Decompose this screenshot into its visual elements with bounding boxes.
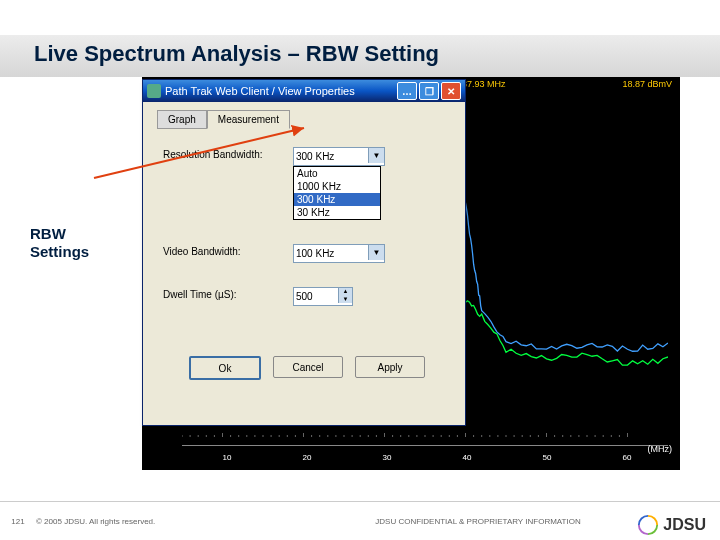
dwell-label: Dwell Time (µS): <box>163 287 293 300</box>
rbw-option-30[interactable]: 30 KHz <box>294 206 380 219</box>
marker-freq: 37.93 MHz <box>462 79 506 89</box>
rbw-label: Resolution Bandwidth: <box>163 147 293 160</box>
vbw-select[interactable]: 100 KHz ▼ <box>293 244 385 263</box>
maximize-button[interactable]: ❐ <box>419 82 439 100</box>
rbw-select[interactable]: 300 KHz ▼ <box>293 147 385 166</box>
vbw-select-value: 100 KHz <box>296 248 334 259</box>
callout-line2: Settings <box>30 243 89 260</box>
chevron-down-icon: ▼ <box>368 148 384 163</box>
spinner-buttons[interactable]: ▲▼ <box>338 288 352 303</box>
xtick-20: 20 <box>303 453 312 462</box>
close-button[interactable]: ✕ <box>441 82 461 100</box>
marker-level: 18.87 dBmV <box>622 79 672 89</box>
title-band: Live Spectrum Analysis – RBW Setting <box>0 35 720 77</box>
cancel-button[interactable]: Cancel <box>273 356 343 378</box>
page-title: Live Spectrum Analysis – RBW Setting <box>34 41 439 67</box>
logo-spark-icon <box>637 514 659 536</box>
tab-measurement[interactable]: Measurement <box>207 110 290 129</box>
rbw-option-1000[interactable]: 1000 KHz <box>294 180 380 193</box>
rbw-select-value: 300 KHz <box>296 151 334 162</box>
footer: 121 © 2005 JDSU. All rights reserved. JD… <box>0 501 720 540</box>
rbw-dropdown-list: Auto 1000 KHz 300 KHz 30 KHz <box>293 166 381 220</box>
dwell-spinner[interactable]: 500 ▲▼ <box>293 287 353 306</box>
app-icon <box>147 84 161 98</box>
minimize-button[interactable]: … <box>397 82 417 100</box>
ok-button[interactable]: Ok <box>189 356 261 380</box>
dwell-value: 500 <box>296 291 313 302</box>
page-number: 121 <box>0 517 36 526</box>
dialog-titlebar[interactable]: Path Trak Web Client / View Properties …… <box>143 80 465 102</box>
x-axis <box>182 445 668 446</box>
chevron-down-icon: ▼ <box>368 245 384 260</box>
x-axis-unit: (MHz) <box>648 444 673 454</box>
logo-text: JDSU <box>663 516 706 534</box>
tab-graph[interactable]: Graph <box>157 110 207 129</box>
xtick-60: 60 <box>623 453 632 462</box>
xtick-50: 50 <box>543 453 552 462</box>
jdsu-logo: JDSU <box>637 514 706 536</box>
xtick-40: 40 <box>463 453 472 462</box>
xtick-10: 10 <box>223 453 232 462</box>
vbw-label: Video Bandwidth: <box>163 244 293 257</box>
xtick-30: 30 <box>383 453 392 462</box>
rbw-option-auto[interactable]: Auto <box>294 167 380 180</box>
apply-button[interactable]: Apply <box>355 356 425 378</box>
rbw-option-300[interactable]: 300 KHz <box>294 193 380 206</box>
dialog-title: Path Trak Web Client / View Properties <box>165 85 355 97</box>
callout-line1: RBW <box>30 225 66 242</box>
view-properties-dialog: Path Trak Web Client / View Properties …… <box>142 79 466 426</box>
rbw-callout: RBW Settings <box>30 225 89 261</box>
copyright: © 2005 JDSU. All rights reserved. <box>36 517 236 526</box>
